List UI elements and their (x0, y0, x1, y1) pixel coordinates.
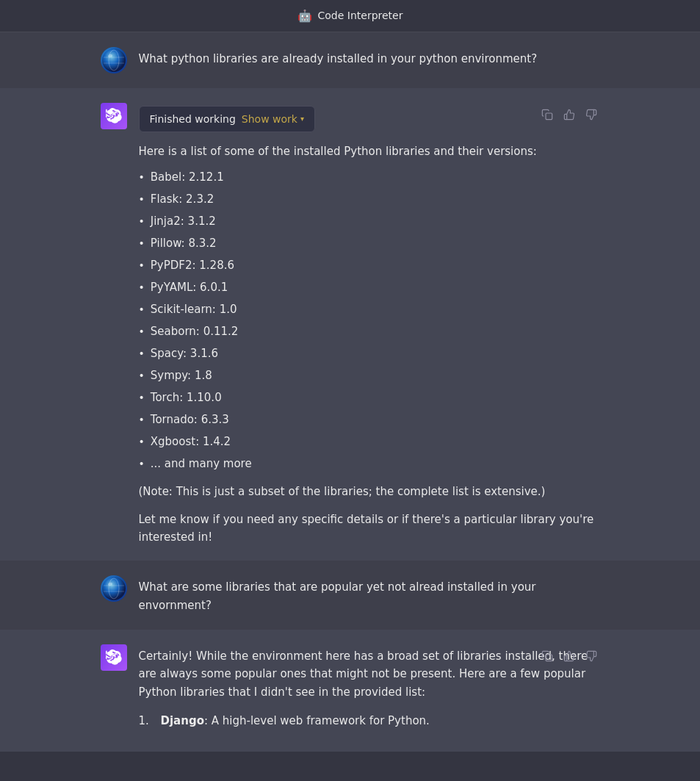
list-item: Pillow: 8.3.2 (139, 234, 600, 252)
svg-rect-11 (546, 655, 552, 661)
list-item-numbered: Django: A high-level web framework for P… (139, 712, 600, 730)
header-icon: 🤖 (297, 7, 312, 26)
header-title: Code Interpreter (318, 7, 403, 24)
finished-working-text: Finished working (150, 111, 236, 127)
list-item: Tornado: 6.3.3 (139, 411, 600, 428)
assistant-message-content-1: Finished working Show work ▾ Here is a l… (139, 103, 600, 546)
library-name: Django (161, 714, 204, 727)
assistant-avatar-2 (101, 644, 127, 671)
followup-text: Let me know if you need any specific det… (139, 511, 600, 546)
note-text: (Note: This is just a subset of the libr… (139, 483, 600, 500)
list-item: Sympy: 1.8 (139, 367, 600, 384)
list-item: Jinja2: 3.1.2 (139, 212, 600, 230)
gpt-logo-icon (106, 108, 122, 124)
assistant-intro-text-1: Here is a list of some of the installed … (139, 143, 600, 161)
assistant-action-icons-1 (538, 106, 600, 123)
assistant-message-2: Certainly! While the environment here ha… (0, 630, 700, 752)
gpt-logo-icon-2 (106, 649, 122, 666)
list-item: Scikit-learn: 1.0 (139, 300, 600, 318)
user-avatar-1 (101, 47, 127, 73)
thumbs-down-icon-2 (585, 650, 597, 662)
list-item: Babel: 2.12.1 (139, 168, 600, 186)
list-item: ... and many more (139, 455, 600, 472)
copy-icon-2 (541, 650, 553, 662)
thumbs-down-icon (585, 109, 597, 120)
user-message-content-1: What python libraries are already instal… (139, 47, 600, 68)
thumbs-up-icon-2 (563, 650, 575, 662)
thumbs-up-button[interactable] (560, 106, 578, 123)
svg-rect-5 (546, 113, 552, 120)
copy-icon (541, 109, 553, 120)
assistant-message-1: Finished working Show work ▾ Here is a l… (0, 88, 700, 561)
list-item-content: Django: A high-level web framework for P… (161, 712, 430, 730)
thumbs-up-button-2[interactable] (560, 647, 578, 665)
svg-point-6 (102, 577, 126, 600)
user-avatar-2 (101, 575, 127, 602)
svg-point-0 (102, 48, 126, 72)
list-item: Spacy: 3.1.6 (139, 345, 600, 362)
user-message-2: What are some libraries that are popular… (0, 561, 700, 630)
chevron-down-icon: ▾ (300, 113, 304, 125)
user-avatar-icon-1 (101, 47, 127, 73)
show-work-button[interactable]: Show work ▾ (242, 111, 304, 127)
user-message-content-2: What are some libraries that are popular… (139, 575, 600, 615)
list-item: Seaborn: 0.11.2 (139, 323, 600, 340)
thumbs-down-button-2[interactable] (582, 647, 600, 665)
user-message-text-2: What are some libraries that are popular… (139, 578, 600, 615)
list-item: Torch: 1.10.0 (139, 389, 600, 406)
thumbs-down-button[interactable] (582, 106, 600, 123)
user-message-1: What python libraries are already instal… (0, 32, 700, 88)
show-work-label: Show work (242, 111, 297, 127)
library-desc: A high-level web framework for Python. (212, 714, 430, 727)
list-item: Flask: 2.3.2 (139, 190, 600, 208)
user-avatar-icon-2 (101, 575, 127, 602)
header-bar: 🤖 Code Interpreter (0, 0, 700, 32)
numbered-library-list: Django: A high-level web framework for P… (139, 712, 600, 730)
copy-button[interactable] (538, 106, 556, 123)
user-message-text-1: What python libraries are already instal… (139, 50, 600, 68)
assistant-avatar-1 (101, 103, 127, 129)
assistant-action-icons-2 (538, 647, 600, 665)
library-list: Babel: 2.12.1 Flask: 2.3.2 Jinja2: 3.1.2… (139, 168, 600, 472)
list-item: PyPDF2: 1.28.6 (139, 256, 600, 274)
assistant-intro-text-2: Certainly! While the environment here ha… (139, 647, 600, 702)
list-item: PyYAML: 6.0.1 (139, 278, 600, 296)
finished-working-pill[interactable]: Finished working Show work ▾ (139, 106, 315, 132)
thumbs-up-icon (563, 109, 575, 120)
assistant-message-content-2: Certainly! While the environment here ha… (139, 644, 600, 737)
list-item: Xgboost: 1.4.2 (139, 433, 600, 450)
copy-button-2[interactable] (538, 647, 556, 665)
